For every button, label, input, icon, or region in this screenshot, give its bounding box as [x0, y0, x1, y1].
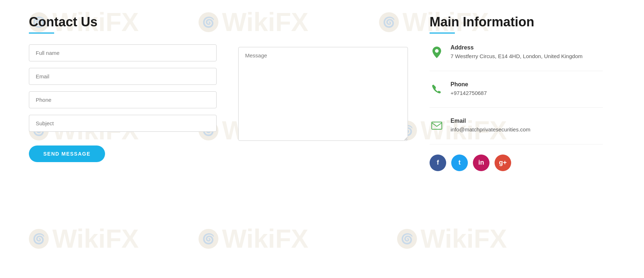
svg-rect-0 — [432, 122, 442, 129]
email-envelope-icon — [430, 118, 444, 133]
message-group — [238, 47, 408, 142]
subject-input[interactable] — [29, 115, 217, 132]
phone-value: +97142750687 — [451, 89, 603, 97]
message-section — [238, 14, 408, 149]
email-value: info@matchprivatesecurities.com — [451, 126, 603, 134]
contact-title: Contact Us — [29, 14, 217, 30]
googleplus-icon[interactable]: g+ — [495, 155, 511, 171]
address-content: Address 7 Westferry Circus, E14 4HD, Lon… — [451, 44, 603, 61]
location-pin-icon — [430, 45, 444, 60]
twitter-icon[interactable]: t — [451, 155, 468, 171]
address-value: 7 Westferry Circus, E14 4HD, London, Uni… — [451, 52, 603, 61]
contact-title-underline — [29, 32, 54, 34]
contact-section: Contact Us SEND MESSAGE — [29, 14, 217, 162]
info-section: Main Information Address 7 Westferry Cir… — [430, 14, 603, 171]
watermark-9: 🌀 WikiFX — [397, 224, 507, 253]
email-label: Email — [451, 118, 603, 124]
address-item: Address 7 Westferry Circus, E14 4HD, Lon… — [430, 44, 603, 71]
social-icons: f t in g+ — [430, 155, 603, 171]
linkedin-icon[interactable]: in — [473, 155, 489, 171]
fullname-input[interactable] — [29, 44, 217, 61]
phone-icon — [430, 82, 444, 96]
phone-content: Phone +97142750687 — [451, 81, 603, 97]
watermark-8: 🌀 WikiFX — [199, 224, 308, 253]
subject-group — [29, 115, 217, 132]
page-container: Contact Us SEND MESSAGE Main Information — [0, 0, 644, 186]
watermark-7: 🌀 WikiFX — [29, 224, 139, 253]
email-input[interactable] — [29, 68, 217, 85]
phone-group — [29, 91, 217, 108]
message-textarea[interactable] — [238, 47, 408, 141]
info-title: Main Information — [430, 14, 603, 30]
email-group — [29, 68, 217, 85]
email-content: Email info@matchprivatesecurities.com — [451, 118, 603, 134]
address-label: Address — [451, 44, 603, 51]
email-item: Email info@matchprivatesecurities.com — [430, 118, 603, 144]
fullname-group — [29, 44, 217, 61]
send-message-button[interactable]: SEND MESSAGE — [29, 145, 105, 162]
phone-item: Phone +97142750687 — [430, 81, 603, 108]
info-title-underline — [430, 32, 455, 34]
phone-label: Phone — [451, 81, 603, 88]
phone-input[interactable] — [29, 91, 217, 108]
facebook-icon[interactable]: f — [430, 155, 446, 171]
